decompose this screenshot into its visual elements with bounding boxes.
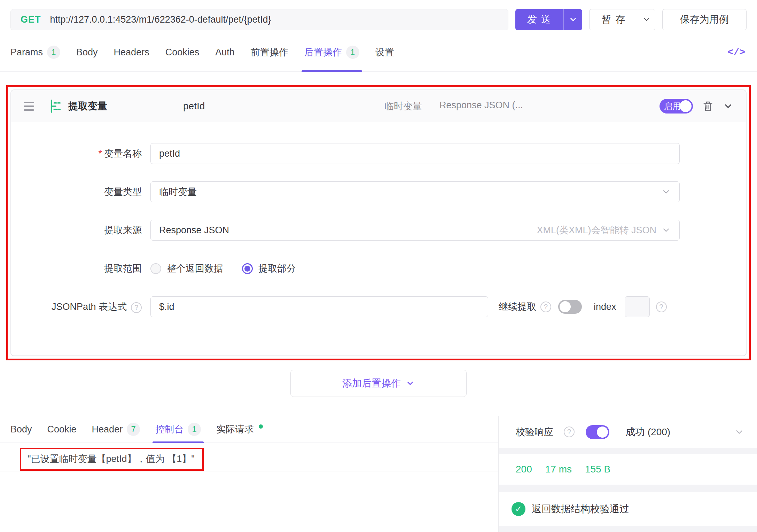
scope-whole-label: 整个返回数据 <box>167 262 223 275</box>
jsonpath-label: JSONPath 表达式? <box>11 300 142 313</box>
annotation-rect-main: 提取变量 petId 临时变量 Response JSON (... 启用 <box>6 85 751 360</box>
tab-label: Body <box>76 47 98 58</box>
tab-label: Cookies <box>165 47 200 58</box>
tab-console[interactable]: 控制台1 <box>155 416 201 443</box>
tab-label: 实际请求 <box>216 423 254 436</box>
scope-radio-whole[interactable]: 整个返回数据 <box>150 262 223 275</box>
method-label: GET <box>21 14 41 25</box>
help-icon[interactable]: ? <box>131 302 142 313</box>
green-dot-icon <box>259 424 263 429</box>
add-post-action-button[interactable]: 添加后置操作 <box>290 370 467 397</box>
variable-name-row: *变量名称 petId <box>11 143 746 164</box>
chevron-down-icon <box>661 187 671 197</box>
tab-headers[interactable]: Headers <box>114 33 149 71</box>
schema-validation-text: 返回数据结构校验通过 <box>532 502 629 516</box>
send-button[interactable]: 发 送 <box>515 9 582 30</box>
tab-label: Body <box>10 424 32 435</box>
extract-card-header[interactable]: 提取变量 petId 临时变量 Response JSON (... 启用 <box>11 90 746 122</box>
enable-toggle[interactable]: 启用 <box>660 99 693 114</box>
schema-validation-row: ✓ 返回数据结构校验通过 <box>499 492 757 526</box>
add-post-action-label: 添加后置操作 <box>342 377 401 390</box>
index-label: index <box>594 302 616 312</box>
tab-header[interactable]: Header7 <box>92 416 140 443</box>
chevron-down-icon <box>642 15 651 24</box>
save-as-case-button[interactable]: 保存为用例 <box>662 9 747 30</box>
collapse-chevron-icon[interactable] <box>734 427 744 437</box>
summary-source: Response JSON (... <box>439 100 523 112</box>
tab-settings[interactable]: 设置 <box>375 33 394 71</box>
variable-name-input[interactable]: petId <box>150 143 680 164</box>
tab-badge: 7 <box>127 423 140 436</box>
toggle-knob <box>680 100 692 112</box>
code-icon[interactable]: </> <box>728 47 745 58</box>
tab-label: Headers <box>114 47 149 58</box>
response-left-panel: BodyCookieHeader7控制台1实际请求 "已设置临时变量【petId… <box>0 416 499 532</box>
url-text: http://127.0.0.1:4523/m1/622362-0-defaul… <box>50 14 271 25</box>
tab-label: Header <box>92 424 123 435</box>
response-tabbar: BodyCookieHeader7控制台1实际请求 <box>0 416 498 443</box>
extract-source-select[interactable]: Response JSON XML(类XML)会智能转 JSON <box>150 220 680 241</box>
tab-label: 前置操作 <box>251 46 288 58</box>
chevron-down-icon <box>569 15 578 24</box>
response-time: 17 ms <box>545 464 572 475</box>
radio-circle-checked <box>242 263 253 274</box>
help-icon[interactable]: ? <box>540 302 551 312</box>
response-tabs: BodyCookieHeader7控制台1实际请求 <box>10 416 263 443</box>
delete-icon[interactable] <box>702 100 714 112</box>
tab-actual-request[interactable]: 实际请求 <box>216 416 263 443</box>
toggle-knob <box>597 427 608 438</box>
tab-badge: 1 <box>47 46 60 59</box>
extract-source-label: 提取来源 <box>11 224 142 236</box>
request-bar: GET http://127.0.0.1:4523/m1/622362-0-de… <box>0 0 757 33</box>
api-tool-window: GET http://127.0.0.1:4523/m1/622362-0-de… <box>0 0 757 532</box>
help-icon[interactable]: ? <box>564 427 575 437</box>
stash-dropdown-button[interactable] <box>638 9 655 30</box>
check-circle-icon: ✓ <box>512 502 525 516</box>
send-button-label[interactable]: 发 送 <box>515 9 563 30</box>
toggle-knob <box>560 301 571 312</box>
tab-post-actions[interactable]: 后置操作1 <box>304 33 359 71</box>
drag-handle-icon[interactable] <box>24 102 34 111</box>
continue-extract-toggle[interactable] <box>558 300 582 314</box>
tab-params[interactable]: Params1 <box>10 33 60 71</box>
tabbar-spacer <box>394 33 728 71</box>
index-input[interactable] <box>625 296 650 317</box>
response-metrics-row: 200 17 ms 155 B <box>499 454 757 485</box>
tab-body[interactable]: Body <box>10 416 32 443</box>
stash-button-label[interactable]: 暂 存 <box>590 9 638 30</box>
annotation-rect-console: "已设置临时变量【petId】，值为 【1】" <box>20 448 204 471</box>
scope-radio-part[interactable]: 提取部分 <box>242 262 296 275</box>
tab-cookies[interactable]: Cookies <box>165 33 200 71</box>
collapse-chevron-icon[interactable] <box>723 101 733 111</box>
summary-variable-type: 临时变量 <box>384 100 422 112</box>
tab-cookie[interactable]: Cookie <box>47 416 77 443</box>
jsonpath-row: JSONPath 表达式? $.id 继续提取? index ? <box>11 296 746 317</box>
tab-label: 设置 <box>375 46 394 58</box>
tab-pre-actions[interactable]: 前置操作 <box>251 33 288 71</box>
jsonpath-input[interactable]: $.id <box>150 296 488 317</box>
console-output-row: "已设置临时变量【petId】，值为 【1】" <box>0 443 498 471</box>
response-area: BodyCookieHeader7控制台1实际请求 "已设置临时变量【petId… <box>0 416 757 532</box>
tab-auth[interactable]: Auth <box>215 33 235 71</box>
tab-body[interactable]: Body <box>76 33 98 71</box>
extract-variable-icon <box>49 99 63 114</box>
extract-source-row: 提取来源 Response JSON XML(类XML)会智能转 JSON <box>11 220 746 241</box>
extract-card-title: 提取变量 <box>68 100 107 113</box>
send-dropdown-button[interactable] <box>563 9 582 30</box>
request-tabbar: Params1BodyHeadersCookiesAuth前置操作后置操作1设置… <box>0 33 757 72</box>
tab-label: Auth <box>215 47 235 58</box>
required-star: * <box>98 148 102 159</box>
extract-variable-card: 提取变量 petId 临时变量 Response JSON (... 启用 <box>10 89 747 356</box>
stash-button[interactable]: 暂 存 <box>589 9 655 30</box>
variable-type-select[interactable]: 临时变量 <box>150 181 680 202</box>
help-icon[interactable]: ? <box>656 302 667 312</box>
tab-label: 控制台 <box>155 423 184 436</box>
response-status-text: 成功 (200) <box>625 425 670 439</box>
console-message: "已设置临时变量【petId】，值为 【1】" <box>28 454 195 464</box>
variable-name-label: *变量名称 <box>11 147 142 160</box>
extract-scope-row: 提取范围 整个返回数据 提取部分 <box>11 258 746 279</box>
tab-label: Cookie <box>47 424 77 435</box>
validate-response-toggle[interactable] <box>586 425 609 439</box>
tab-label: Params <box>10 47 43 58</box>
url-input[interactable]: GET http://127.0.0.1:4523/m1/622362-0-de… <box>10 9 508 30</box>
